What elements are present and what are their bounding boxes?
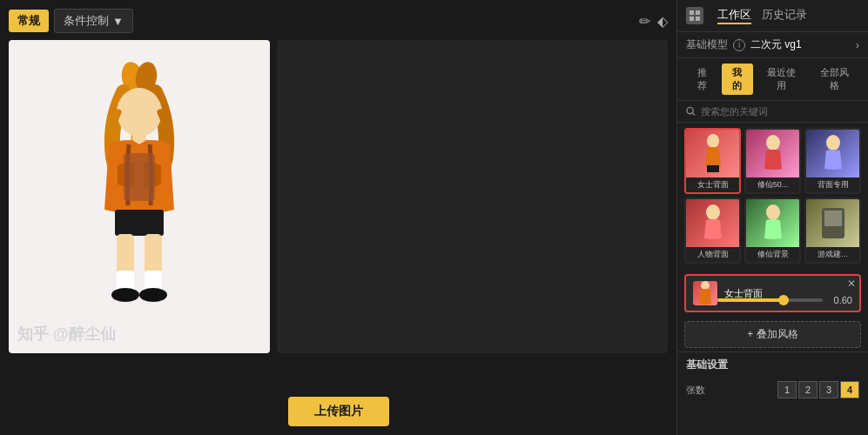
upload-btn-area: 上传图片	[9, 397, 668, 426]
style-card-game-img	[806, 199, 859, 247]
right-panel: 工作区 历史记录 基础模型 i 二次元 vg1 › 推荐 我的 最近使用 全部风…	[676, 0, 868, 435]
svg-point-24	[766, 204, 780, 220]
step-btn-3[interactable]: 3	[819, 381, 838, 398]
style-card-female-img	[686, 130, 739, 177]
watermark: 知乎 @醉尘仙	[17, 324, 116, 345]
svg-point-11	[111, 288, 139, 302]
style-card-game[interactable]: 游戏建...	[804, 197, 861, 264]
base-settings-label: 基础设置	[677, 351, 868, 378]
svg-point-21	[766, 135, 780, 151]
selected-style-row: 女士背面 ✕ 0.60	[684, 274, 861, 312]
condition-button[interactable]: 条件控制 ▼	[54, 9, 133, 33]
tab-workspace[interactable]: 工作区	[717, 7, 751, 24]
svg-rect-5	[124, 153, 155, 201]
tab-mine[interactable]: 我的	[722, 64, 754, 95]
base-model-label: 基础模型	[686, 37, 728, 52]
svg-point-17	[687, 107, 693, 113]
svg-rect-20	[707, 165, 719, 172]
normal-button[interactable]: 常规	[9, 10, 49, 32]
settings-row-steps: 张数 1 2 3 4	[677, 378, 868, 402]
canvas-area: 知乎 @醉尘仙	[9, 40, 668, 383]
style-card-person-label: 人物背面	[686, 247, 739, 262]
condition-label: 条件控制	[64, 13, 109, 29]
style-card-cultivation[interactable]: 修仙背景	[744, 197, 801, 264]
model-name[interactable]: 二次元 vg1	[750, 37, 802, 52]
search-bar	[677, 101, 868, 123]
style-card-bg-label: 背面专用	[806, 177, 859, 192]
toolbar: 常规 条件控制 ▼ ✏ ⬖	[9, 9, 668, 33]
svg-rect-10	[145, 271, 162, 291]
svg-point-3	[117, 88, 162, 137]
svg-point-27	[701, 281, 710, 290]
style-tabs: 推荐 我的 最近使用 全部风格	[677, 58, 868, 101]
svg-rect-26	[824, 211, 842, 226]
tab-history[interactable]: 历史记录	[762, 7, 807, 24]
left-panel: 常规 条件控制 ▼ ✏ ⬖	[0, 0, 676, 435]
upload-button[interactable]: 上传图片	[288, 397, 389, 426]
svg-point-22	[826, 135, 840, 151]
tab-recent[interactable]: 最近使用	[757, 64, 806, 95]
svg-rect-13	[690, 10, 694, 15]
toolbar-icons: ✏ ⬖	[639, 13, 668, 30]
close-style-button[interactable]: ✕	[847, 278, 856, 290]
step-btn-1[interactable]: 1	[777, 381, 797, 398]
search-icon	[686, 106, 696, 117]
style-strength-slider[interactable]	[717, 298, 823, 302]
step-label: 张数	[686, 384, 721, 397]
svg-line-18	[692, 113, 695, 116]
eraser-icon[interactable]: ⬖	[657, 13, 668, 30]
slider-fill	[717, 298, 781, 302]
svg-rect-15	[690, 17, 694, 21]
pen-icon[interactable]: ✏	[639, 13, 650, 30]
arrow-right-icon: ›	[856, 39, 859, 51]
svg-rect-16	[696, 17, 700, 21]
search-input[interactable]	[701, 106, 859, 117]
info-icon: i	[733, 39, 745, 51]
empty-canvas	[277, 40, 668, 353]
style-card-game-label: 游戏建...	[806, 247, 859, 262]
svg-rect-9	[117, 271, 134, 291]
slider-thumb	[778, 295, 789, 305]
step-btn-4[interactable]: 4	[840, 381, 859, 398]
style-card-cultivation-label: 修仙背景	[746, 247, 799, 262]
style-card-female-label: 女士背面	[686, 177, 739, 192]
style-card-bg[interactable]: 背面专用	[804, 128, 861, 194]
character-image	[52, 53, 226, 340]
tab-all[interactable]: 全部风格	[810, 64, 859, 95]
style-grid: 女士背面 修仙50... 背面专用 人物背面 修仙背景	[677, 123, 868, 269]
step-btn-2[interactable]: 2	[798, 381, 818, 398]
panel-header: 工作区 历史记录	[677, 0, 868, 32]
svg-point-19	[707, 134, 719, 148]
base-model-row: 基础模型 i 二次元 vg1 ›	[677, 32, 868, 58]
add-style-button[interactable]: + 叠加风格	[684, 321, 861, 348]
style-card-fairy-img	[746, 130, 799, 177]
style-card-female[interactable]: 女士背面	[684, 128, 741, 194]
style-card-person[interactable]: 人物背面	[684, 197, 741, 264]
style-card-person-img	[686, 199, 739, 247]
workspace-icon	[686, 7, 703, 24]
image-box: 知乎 @醉尘仙	[9, 40, 270, 353]
selected-style-thumb	[693, 281, 717, 305]
svg-point-12	[139, 288, 167, 302]
svg-point-23	[706, 204, 720, 220]
style-card-fairy[interactable]: 修仙50...	[744, 128, 801, 194]
svg-rect-6	[115, 210, 164, 236]
style-card-cultivation-img	[746, 199, 799, 247]
svg-rect-14	[696, 10, 700, 15]
style-card-bg-img	[806, 130, 859, 177]
chevron-down-icon: ▼	[112, 15, 124, 28]
tab-recommend[interactable]: 推荐	[686, 64, 718, 95]
style-strength-value: 0.60	[828, 295, 852, 305]
style-card-fairy-label: 修仙50...	[746, 177, 799, 192]
step-buttons: 1 2 3 4	[777, 381, 859, 398]
